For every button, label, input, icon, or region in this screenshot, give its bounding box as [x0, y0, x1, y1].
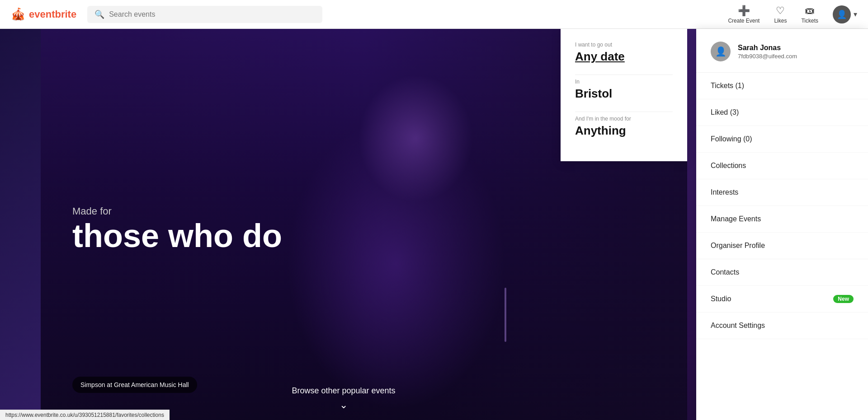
dropdown-item-tickets[interactable]: Tickets (1) — [696, 73, 868, 99]
user-menu-button[interactable]: 👤 ▾ — [833, 5, 857, 23]
dropdown-user-info: Sarah Jonas 7fdb9038@uifeed.com — [738, 44, 797, 60]
date-divider — [575, 75, 673, 75]
likes-label: Likes — [774, 18, 787, 24]
logo-text: eventbrite — [29, 9, 76, 20]
create-event-icon: ➕ — [738, 5, 750, 17]
likes-button[interactable]: ♡ Likes — [774, 5, 787, 24]
browse-label: Browse other popular events — [292, 386, 395, 396]
dropdown-item-tickets-label: Tickets (1) — [711, 82, 744, 90]
location-value[interactable]: Bristol — [575, 87, 673, 101]
browse-arrow-icon: ⌄ — [340, 399, 348, 411]
dropdown-item-manage-events-label: Manage Events — [711, 215, 761, 223]
dropdown-item-following-label: Following (0) — [711, 135, 752, 143]
dropdown-item-liked-label: Liked (3) — [711, 108, 739, 117]
dropdown-item-organiser-profile-label: Organiser Profile — [711, 242, 765, 250]
logo-icon: 🎪 — [11, 7, 25, 21]
location-row: In Bristol — [575, 79, 673, 101]
tickets-label: Tickets — [801, 18, 818, 24]
search-bar: 🔍 — [87, 6, 322, 23]
hero-subtitle: Made for — [72, 205, 282, 217]
avatar-icon: 👤 — [837, 9, 847, 19]
date-label: I want to go out — [575, 42, 673, 48]
new-badge: New — [833, 295, 854, 303]
tickets-icon: 🎟 — [805, 5, 815, 17]
dropdown-item-account-settings-label: Account Settings — [711, 322, 765, 330]
dropdown-item-contacts-label: Contacts — [711, 268, 739, 276]
tickets-button[interactable]: 🎟 Tickets — [801, 5, 818, 24]
header: 🎪 eventbrite 🔍 ➕ Create Event ♡ Likes 🎟 … — [0, 0, 868, 29]
dropdown-avatar: 👤 — [711, 42, 731, 61]
header-actions: ➕ Create Event ♡ Likes 🎟 Tickets 👤 ▾ — [728, 5, 857, 24]
dropdown-user-section: 👤 Sarah Jonas 7fdb9038@uifeed.com — [696, 29, 868, 73]
user-dropdown-menu: 👤 Sarah Jonas 7fdb9038@uifeed.com Ticket… — [696, 29, 868, 420]
hero-title: those who do — [72, 219, 282, 253]
dropdown-user-name: Sarah Jonas — [738, 44, 797, 52]
dropdown-item-collections[interactable]: Collections — [696, 153, 868, 179]
mood-label: And I'm in the mood for — [575, 116, 673, 122]
logo[interactable]: 🎪 eventbrite — [11, 7, 76, 21]
date-value[interactable]: Any date — [575, 50, 673, 64]
dropdown-item-studio[interactable]: Studio New — [696, 286, 868, 313]
url-bar: https://www.eventbrite.co.uk/u/393051215… — [0, 410, 170, 420]
mood-value[interactable]: Anything — [575, 124, 673, 138]
create-event-button[interactable]: ➕ Create Event — [728, 5, 760, 24]
mood-row: And I'm in the mood for Anything — [575, 116, 673, 138]
avatar: 👤 — [833, 5, 851, 23]
dropdown-user-email: 7fdb9038@uifeed.com — [738, 53, 797, 60]
date-row: I want to go out Any date — [575, 42, 673, 64]
dropdown-item-organiser-profile[interactable]: Organiser Profile — [696, 233, 868, 259]
location-divider — [575, 112, 673, 112]
dropdown-item-contacts[interactable]: Contacts — [696, 259, 868, 286]
dropdown-item-interests[interactable]: Interests — [696, 179, 868, 206]
dropdown-item-liked[interactable]: Liked (3) — [696, 99, 868, 126]
dropdown-item-following[interactable]: Following (0) — [696, 126, 868, 153]
dropdown-item-collections-label: Collections — [711, 162, 746, 170]
search-icon: 🔍 — [94, 9, 104, 19]
dropdown-item-manage-events[interactable]: Manage Events — [696, 206, 868, 233]
browse-section: Browse other popular events ⌄ — [0, 386, 687, 411]
create-event-label: Create Event — [728, 18, 760, 24]
dropdown-item-studio-label: Studio — [711, 295, 731, 303]
chevron-down-icon: ▾ — [854, 10, 857, 19]
location-label: In — [575, 79, 673, 85]
search-input[interactable] — [109, 10, 315, 19]
hero-text: Made for those who do — [72, 205, 282, 253]
dropdown-item-interests-label: Interests — [711, 188, 738, 196]
date-widget: I want to go out Any date In Bristol And… — [561, 29, 687, 161]
likes-icon: ♡ — [776, 5, 785, 17]
url-text: https://www.eventbrite.co.uk/u/393051215… — [5, 412, 164, 418]
dropdown-avatar-icon: 👤 — [715, 46, 726, 57]
dropdown-item-account-settings[interactable]: Account Settings — [696, 313, 868, 339]
